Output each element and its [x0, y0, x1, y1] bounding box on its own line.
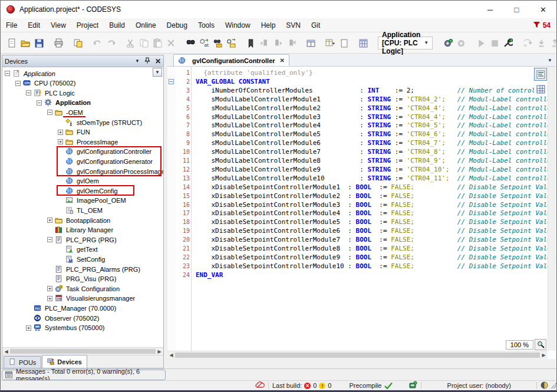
zoom-level[interactable]: 100 %: [506, 340, 533, 350]
filter-count[interactable]: 54: [543, 21, 551, 29]
tab-overflow-icon[interactable]: ▼: [548, 58, 552, 63]
menu-file[interactable]: File: [1, 19, 22, 31]
collapse-icon[interactable]: −: [5, 71, 10, 76]
tree-item-plc-manager-70-0000-[interactable]: PLCPLC_Manager (70.0000): [2, 303, 163, 313]
collapse-icon[interactable]: −: [26, 90, 31, 95]
expand-icon[interactable]: +: [58, 130, 63, 135]
tree-item-visualisierungsmanager[interactable]: +Visualisierungsmanager: [2, 294, 163, 304]
resize-grip[interactable]: [551, 383, 556, 388]
devices-horizontal-scrollbar[interactable]: ◀ ▶: [2, 347, 163, 355]
code-line-4[interactable]: 4 sModulLabelControllerModule1 : STRING …: [167, 95, 548, 104]
code-line-12[interactable]: 12 sModulLabelControllerModule9 : STRING…: [167, 165, 548, 174]
menu-view[interactable]: View: [45, 19, 71, 31]
tabular-view-button[interactable]: [534, 83, 547, 95]
tree-item-observer-705002-[interactable]: Observer (705002): [2, 313, 163, 323]
tree-item-application[interactable]: −Application: [2, 98, 163, 108]
editor-tab-gvlconfigurationcontroller[interactable]: gvlConfigurationController ✕: [173, 54, 289, 66]
menu-help[interactable]: Help: [256, 19, 281, 31]
menu-debug[interactable]: Debug: [162, 19, 193, 31]
code-line-19[interactable]: 19 xDisableSetpointControllerModule6 : B…: [167, 226, 548, 235]
code-line-13[interactable]: 13 sModulLabelControllerModule10 : STRIN…: [167, 174, 548, 183]
code-line-20[interactable]: 20 xDisableSetpointControllerModule7 : B…: [167, 235, 548, 244]
menu-svn[interactable]: SVN: [281, 19, 306, 31]
expand-icon[interactable]: +: [26, 325, 31, 331]
menu-git[interactable]: Git: [306, 19, 325, 31]
menu-tools[interactable]: Tools: [193, 19, 220, 31]
find-button[interactable]: [183, 37, 197, 50]
code-line-23[interactable]: 23 xDisableSetpointControllerModule10 : …: [167, 262, 548, 271]
messages-panel-caption[interactable]: Messages - Total 0 error(s), 0 warning(s…: [2, 370, 166, 380]
tab-pous[interactable]: POUs: [4, 356, 41, 368]
code-line-5[interactable]: 5 sModulLabelControllerModule2 : STRING …: [167, 104, 548, 113]
bookmark-button[interactable]: [243, 37, 257, 50]
tree-item-application[interactable]: −Application: [2, 68, 163, 78]
tree-item-plc-logic[interactable]: −PLC Logic: [2, 88, 163, 98]
pin-icon[interactable]: [144, 57, 150, 65]
tree-item-library-manager[interactable]: Library Manager: [2, 225, 163, 235]
code-line-2[interactable]: 2VAR_GLOBAL CONSTANT: [167, 77, 548, 86]
close-panel-icon[interactable]: ✕: [155, 57, 161, 65]
tree-item-gvloemconfig[interactable]: gvlOemConfig: [2, 186, 163, 196]
expand-icon[interactable]: +: [47, 296, 52, 301]
menu-edit[interactable]: Edit: [22, 19, 45, 31]
tab-devices[interactable]: Devices: [42, 355, 87, 368]
collapse-icon[interactable]: −: [47, 110, 52, 115]
tree-item-gettext[interactable]: AgetText: [2, 245, 163, 255]
code-line-18[interactable]: 18 xDisableSetpointControllerModule5 : B…: [167, 218, 548, 226]
active-application-combo[interactable]: Application [CPU: PLC Logic]▼: [378, 37, 433, 50]
code-line-15[interactable]: 15 xDisableSetpointControllerModule2 : B…: [167, 192, 548, 200]
save-button[interactable]: [32, 37, 45, 50]
minimize-button[interactable]: ─: [477, 1, 503, 18]
maximize-button[interactable]: □: [503, 1, 530, 18]
tree-item-stoemtype-struct-[interactable]: stOemType (STRUCT): [2, 117, 163, 127]
new-object-button[interactable]: [337, 37, 350, 50]
grid-dropdown-button[interactable]: [323, 37, 337, 50]
code-line-8[interactable]: 8 sModulLabelControllerModule5 : STRING …: [167, 130, 548, 139]
replace-in-files-button[interactable]: [224, 37, 238, 50]
close-button[interactable]: ✕: [530, 1, 556, 18]
login-button[interactable]: [441, 37, 454, 50]
panel-menu-icon[interactable]: ▼: [135, 58, 140, 64]
code-line-9[interactable]: 9 sModulLabelControllerModule6 : STRING …: [167, 139, 548, 147]
menu-online[interactable]: Online: [130, 19, 162, 31]
fold-collapse-icon[interactable]: −: [169, 79, 174, 84]
menu-project[interactable]: Project: [71, 19, 104, 31]
code-line-10[interactable]: 10 sModulLabelControllerModule7 : STRING…: [167, 147, 548, 156]
editor-horizontal-scrollbar[interactable]: ◀ ▶: [167, 351, 548, 359]
tree-item-fun[interactable]: +FUN: [2, 127, 163, 137]
zoom-magnifier-button[interactable]: [535, 339, 546, 350]
tree-item-plc-prg-prg-[interactable]: −PLC_PRG (PRG): [2, 235, 163, 245]
new-file-button[interactable]: [5, 37, 18, 50]
build-button[interactable]: [356, 37, 370, 50]
tree-item-plc-prg-alarms-prg-[interactable]: PLC_PRG_Alarms (PRG): [2, 264, 163, 274]
code-line-7[interactable]: 7 sModulLabelControllerModule4 : STRING …: [167, 121, 548, 130]
code-line-6[interactable]: 6 sModulLabelControllerModule3 : STRING …: [167, 113, 548, 121]
tree-item-tl-oem[interactable]: TL_OEM: [2, 205, 163, 215]
close-tab-icon[interactable]: ✕: [280, 57, 285, 64]
tree-item-gvloem[interactable]: gvlOem: [2, 176, 163, 186]
tree-item-gvlconfigurationgenerator[interactable]: gvlConfigurationGenerator: [2, 156, 163, 166]
expand-icon[interactable]: +: [47, 218, 52, 223]
menu-window[interactable]: Window: [220, 19, 256, 31]
replace-button[interactable]: ab: [197, 37, 210, 50]
watch-grid-button[interactable]: [304, 37, 317, 50]
tree-item-imagepool-oem[interactable]: ImagePool_OEM: [2, 196, 163, 206]
expand-icon[interactable]: +: [58, 139, 63, 144]
code-line-14[interactable]: 14 xDisableSetpointControllerModule1 : B…: [167, 183, 548, 192]
tree-item-gvlconfigurationcontroller[interactable]: gvlConfigurationController: [2, 147, 163, 157]
tree-item-gvlconfigurationprocessimage[interactable]: gvlConfigurationProcessImage: [2, 166, 163, 176]
find-in-files-button[interactable]: [210, 37, 224, 50]
code-line-22[interactable]: 22 xDisableSetpointControllerModule9 : B…: [167, 253, 548, 262]
collapse-icon[interactable]: −: [37, 100, 42, 106]
tree-item-systembus-705000-[interactable]: +Systembus (705000): [2, 323, 163, 333]
code-line-24[interactable]: 24END_VAR: [167, 271, 548, 279]
tree-item-bootapplication[interactable]: +Bootapplication: [2, 215, 163, 225]
open-file-button[interactable]: [18, 37, 32, 50]
code-line-16[interactable]: 16 xDisableSetpointControllerModule3 : B…: [167, 200, 548, 209]
collapse-icon[interactable]: −: [15, 81, 21, 86]
wrench-button[interactable]: [501, 37, 515, 50]
editor-vertical-scrollbar[interactable]: [548, 67, 556, 351]
code-line-1[interactable]: 1 {attribute 'qualified_only'}: [167, 68, 548, 77]
tree-item-setconfig[interactable]: MSetConfig: [2, 254, 163, 264]
tree-item-task-configuration[interactable]: +Task Configuration: [2, 284, 163, 294]
